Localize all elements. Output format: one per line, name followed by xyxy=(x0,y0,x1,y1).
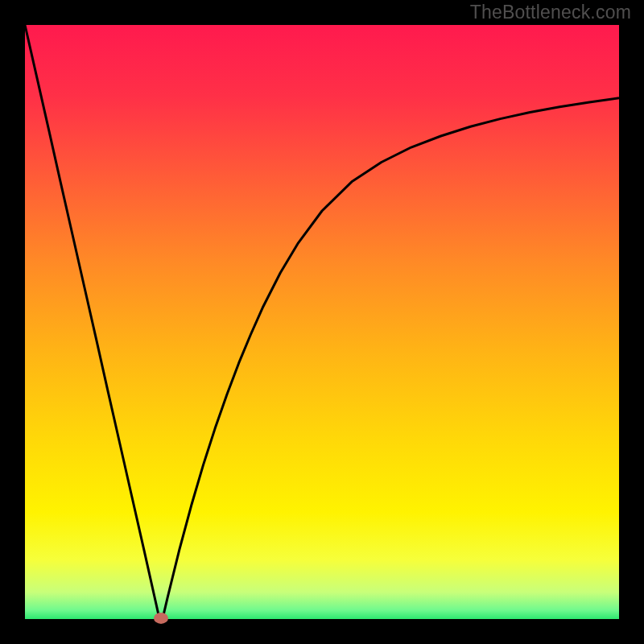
optimal-point-marker xyxy=(154,613,168,624)
bottleneck-chart: TheBottleneck.com xyxy=(0,0,644,644)
watermark-label: TheBottleneck.com xyxy=(470,2,631,23)
plot-background xyxy=(25,25,619,619)
chart-svg xyxy=(0,0,644,644)
